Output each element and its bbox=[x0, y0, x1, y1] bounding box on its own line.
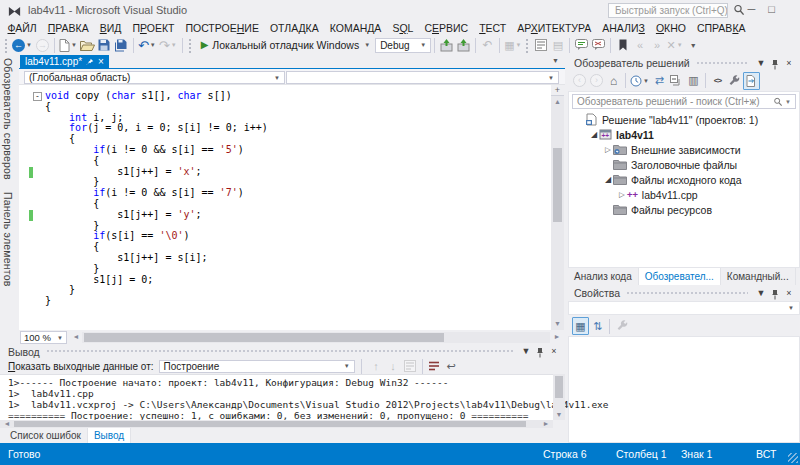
member-list-icon[interactable] bbox=[532, 36, 549, 54]
tab-list-chevron-icon[interactable]: ▼ bbox=[552, 57, 559, 64]
refresh-icon[interactable]: ⇄ bbox=[651, 72, 668, 90]
search-icon[interactable]: ▼ bbox=[773, 97, 791, 107]
show-all-files-icon[interactable]: ▥ bbox=[685, 72, 702, 90]
panel-tab-анализ-кода[interactable]: Анализ кода bbox=[568, 268, 639, 285]
scrollbar-thumb[interactable] bbox=[555, 376, 563, 398]
output-vertical-scrollbar[interactable]: ▼ bbox=[553, 374, 565, 420]
window-position-chevron-icon[interactable]: ▼ bbox=[754, 55, 768, 71]
prev-message-icon[interactable]: ↑ bbox=[368, 357, 385, 375]
sync-active-document-icon[interactable] bbox=[743, 72, 760, 90]
menu-item-отладка[interactable]: ОТЛАДКА bbox=[264, 22, 324, 35]
fold-collapse-box[interactable]: - bbox=[33, 92, 42, 101]
nav-forward-icon[interactable]: → bbox=[34, 36, 51, 54]
scroll-down-icon[interactable]: ▼ bbox=[551, 319, 564, 329]
maximize-button[interactable]: □ bbox=[762, 0, 781, 20]
menu-item-sql[interactable]: SQL bbox=[387, 22, 419, 35]
pin-icon[interactable] bbox=[533, 346, 547, 358]
close-icon[interactable]: × bbox=[782, 55, 796, 71]
publish-icon[interactable] bbox=[455, 36, 472, 54]
sidebar-tab-toolbox[interactable]: Панель элементов bbox=[2, 192, 14, 286]
resize-grip[interactable] bbox=[788, 453, 798, 463]
scroll-right-icon[interactable]: ► bbox=[541, 420, 551, 428]
nav-back-icon[interactable]: ←▼ bbox=[11, 36, 34, 54]
menu-item-сервис[interactable]: СЕРВИС bbox=[419, 22, 474, 35]
scrollbar-thumb[interactable] bbox=[84, 333, 444, 342]
toolbar-overflow-icon[interactable]: ▼ bbox=[685, 36, 702, 54]
quick-launch-input[interactable]: Быстрый запуск (Ctrl+Q) bbox=[608, 3, 728, 18]
object-dropdown[interactable]: ▼ bbox=[568, 301, 800, 315]
save-to-server-icon[interactable] bbox=[438, 36, 455, 54]
se-forward-icon[interactable]: › bbox=[588, 72, 605, 90]
document-tab[interactable]: lab4v11.cpp* × bbox=[20, 55, 109, 68]
word-wrap-icon[interactable]: ↩ bbox=[443, 357, 460, 375]
goto-message-icon[interactable] bbox=[402, 357, 419, 375]
open-file-icon[interactable] bbox=[79, 36, 96, 54]
compare-icon[interactable]: ▦▼ bbox=[503, 36, 523, 54]
output-filter-dropdown[interactable]: Построение ▼ bbox=[159, 360, 355, 373]
next-bookmark-icon[interactable]: » bbox=[648, 36, 665, 54]
close-button[interactable]: × bbox=[782, 0, 800, 11]
properties-icon[interactable] bbox=[726, 72, 743, 90]
expander-open-icon[interactable]: ◢ bbox=[603, 175, 613, 184]
scroll-right-icon[interactable]: ► bbox=[552, 332, 562, 342]
undo-changes-icon[interactable]: ↶ bbox=[479, 36, 496, 54]
clear-all-icon[interactable] bbox=[426, 357, 443, 375]
horizontal-scrollbar[interactable] bbox=[82, 332, 550, 343]
panel-tab-список-ошибок[interactable]: Список ошибок bbox=[4, 428, 88, 443]
tree-item-заголовочные-файлы[interactable]: Заголовочные файлы bbox=[569, 157, 799, 172]
properties-grid[interactable] bbox=[568, 336, 800, 443]
menu-item-архитектура[interactable]: АРХИТЕКТУРА bbox=[512, 22, 597, 35]
menu-item-тест[interactable]: ТЕСТ bbox=[474, 22, 512, 35]
pin-icon[interactable] bbox=[768, 287, 782, 300]
menu-item-анализ[interactable]: АНАЛИЗ bbox=[597, 22, 651, 35]
tree-item-внешние-зависимости[interactable]: ▷Внешние зависимости bbox=[569, 142, 799, 157]
alphabetical-icon[interactable]: ⇅ bbox=[589, 317, 606, 335]
scroll-left-icon[interactable]: ◄ bbox=[71, 332, 81, 342]
editor-vertical-scrollbar[interactable]: + ▲ ▼ bbox=[551, 85, 564, 330]
view-code-icon[interactable]: <> bbox=[709, 72, 726, 90]
pending-changes-icon[interactable]: ▼ bbox=[629, 72, 651, 90]
code-editor[interactable]: -void copy (char s1[], char s[]){ int i,… bbox=[19, 85, 551, 330]
tree-item-решение-lab4v11-проектов-1-[interactable]: Решение "lab4v11" (проектов: 1) bbox=[569, 112, 799, 127]
scroll-down-icon[interactable]: ▼ bbox=[553, 410, 565, 420]
menu-item-построение[interactable]: ПОСТРОЕНИЕ bbox=[180, 22, 264, 35]
sidebar-tab-server-explorer[interactable]: Обозреватель серверов bbox=[2, 58, 14, 180]
tree-item-файлы-исходного-кода[interactable]: ◢Файлы исходного кода bbox=[569, 172, 799, 187]
expander-closed-icon[interactable]: ▷ bbox=[617, 190, 627, 199]
toggle-bookmark-icon[interactable] bbox=[614, 36, 631, 54]
expander-closed-icon[interactable]: ▷ bbox=[603, 145, 613, 154]
clear-bookmarks-icon[interactable]: ✕▼ bbox=[665, 36, 684, 54]
minimize-button[interactable]: ─ bbox=[742, 0, 761, 20]
menu-item-файл[interactable]: ФАЙЛ bbox=[2, 22, 42, 35]
configuration-dropdown[interactable]: Debug▼ bbox=[375, 38, 431, 53]
uncomment-icon[interactable] bbox=[590, 36, 607, 54]
next-message-icon[interactable]: ↓ bbox=[385, 357, 402, 375]
scope-dropdown[interactable]: (Глобальная область) ▼ bbox=[24, 71, 285, 84]
pin-icon[interactable] bbox=[86, 58, 94, 66]
tree-item-файлы-ресурсов[interactable]: Файлы ресурсов bbox=[569, 202, 799, 217]
split-editor-handle[interactable]: + bbox=[551, 85, 564, 96]
start-debug-button[interactable]: ▶Локальный отладчик Windows▼ bbox=[195, 36, 376, 54]
collapse-all-icon[interactable] bbox=[668, 72, 685, 90]
undo-icon[interactable]: ↶▼ bbox=[137, 36, 158, 54]
window-position-chevron-icon[interactable]: ▼ bbox=[519, 345, 533, 358]
panel-tab-вывод[interactable]: Вывод bbox=[88, 428, 131, 443]
menu-item-вид[interactable]: ВИД bbox=[94, 22, 127, 35]
output-horizontal-scrollbar[interactable]: ◄ ► bbox=[0, 420, 553, 428]
panel-tab-обозревател-[interactable]: Обозревател... bbox=[639, 268, 721, 285]
property-pages-icon[interactable] bbox=[613, 317, 630, 335]
redo-icon[interactable]: ↷▼ bbox=[158, 36, 179, 54]
close-icon[interactable]: × bbox=[782, 285, 796, 301]
member-dropdown[interactable]: ▼ bbox=[286, 71, 559, 84]
se-back-icon[interactable]: ‹ bbox=[571, 72, 588, 90]
save-all-icon[interactable] bbox=[113, 36, 130, 54]
scroll-up-icon[interactable]: ▲ bbox=[551, 97, 564, 107]
home-icon[interactable]: ⌂ bbox=[605, 72, 622, 90]
comment-icon[interactable] bbox=[573, 36, 590, 54]
tree-item-lab4v11-cpp[interactable]: ▷++lab4v11.cpp bbox=[569, 187, 799, 202]
menu-item-справка[interactable]: СПРАВКА bbox=[691, 22, 751, 35]
panel-tab-командный-[interactable]: Командный... bbox=[721, 268, 796, 285]
scroll-left-icon[interactable]: ◄ bbox=[2, 420, 12, 428]
panel-tab-окно-классов[interactable]: Окно классов bbox=[796, 268, 800, 285]
scrollbar-thumb[interactable] bbox=[14, 421, 526, 427]
